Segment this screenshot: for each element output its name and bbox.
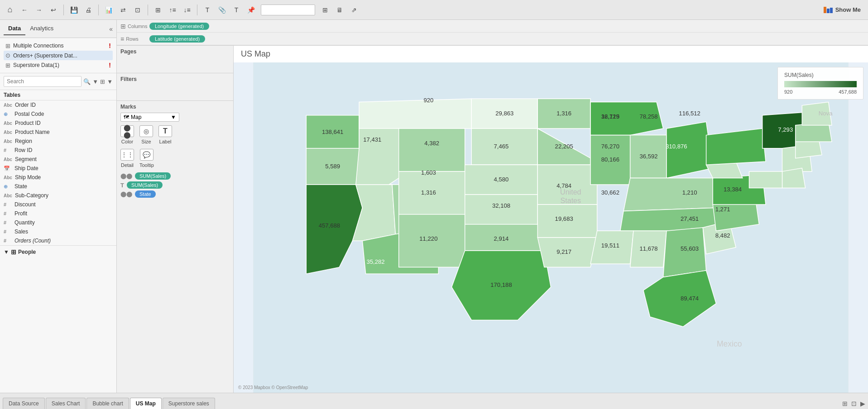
tab-superstore-sales[interactable]: Superstore sales [163,398,215,409]
rows-shelf-label: ≡ Rows [120,35,148,43]
table-options-button[interactable]: ⊞ [319,4,331,16]
map-container[interactable]: 138,641 5,589 457,688 920 17,431 4,382 1… [234,62,868,393]
field-sub-category[interactable]: Abc Sub-Category [0,191,116,200]
show-me-button[interactable]: Show Me [820,5,864,15]
present-button[interactable]: 🖥 [333,4,346,16]
rows-pill[interactable]: Latitude (generated) [149,35,205,43]
field-type-icon-row-id: # [4,147,12,153]
list-view-button[interactable]: ⊞ [100,78,105,85]
field-product-id[interactable]: Abc Product ID [0,119,116,128]
field-type-icon-sub-category: Abc [4,193,12,198]
duplicate-sheet-button[interactable]: ⊡ [851,400,857,407]
field-type-icon-product-name: Abc [4,130,12,135]
svg-text:89,474: 89,474 [681,295,699,302]
filters-section: Filters [117,73,233,101]
marks-pill-sum-sales-text[interactable]: SUM(Sales) [127,181,163,189]
field-label-product-name: Product Name [15,129,50,135]
field-segment[interactable]: Abc Segment [0,155,116,164]
field-quantity[interactable]: # Quantity [0,218,116,227]
grid-button[interactable]: ⊞ [152,4,164,16]
filters-title: Filters [120,76,230,82]
new-sheet-button[interactable]: ⊞ [842,400,848,407]
present-mode-button[interactable]: ▶ [860,400,865,407]
legend-panel: SUM(Sales) 920 457,688 [777,67,863,100]
field-region[interactable]: Abc Region [0,137,116,146]
field-ship-date[interactable]: 📅 Ship Date [0,164,116,173]
save-button[interactable]: 💾 [67,4,80,16]
tab-bubble-chart[interactable]: Bubble chart [86,398,129,409]
svg-marker-46 [782,168,806,188]
swap-button[interactable]: ⇄ [117,4,129,16]
svg-text:4,580: 4,580 [494,176,509,183]
connection-label-superstore: Superstore Data(1) [13,62,59,68]
connection-label-orders: Orders+ (Superstore Dat... [13,52,77,59]
connection-superstore[interactable]: ⊞ Superstore Data(1) ! [4,60,113,70]
bar-chart-button[interactable]: 📊 [102,4,115,16]
tooltip-mark-button[interactable]: 💬 Tooltip [139,149,154,168]
fit-button[interactable]: ⊡ [131,4,144,16]
field-order-id[interactable]: Abc Order ID [0,100,116,109]
field-profit[interactable]: # Profit [0,209,116,218]
home-button[interactable]: ⌂ [4,4,16,16]
color-mark-button[interactable]: ⬤⬤ Color [120,125,134,144]
mark-pill-icon-1: ⬤⬤ [120,173,132,179]
panel-collapse-button[interactable]: « [109,25,113,33]
field-state[interactable]: ⊕ State [0,182,116,191]
tooltip-button[interactable]: 📎 [216,4,228,16]
field-discount[interactable]: # Discount [0,200,116,209]
tab-us-map[interactable]: US Map [130,398,162,409]
center-content: ⊞ Columns Longitude (generated) ≡ Rows L… [117,20,868,393]
forward-button[interactable]: → [33,4,45,16]
bottom-tab-icons: ⊞ ⊡ ▶ [842,400,865,409]
columns-pill[interactable]: Longitude (generated) [149,23,209,30]
field-type-icon-region: Abc [4,139,12,144]
marks-pill-sum-sales-color[interactable]: SUM(Sales) [135,172,171,180]
svg-text:1,316: 1,316 [556,110,571,117]
sort-fields-button[interactable]: ▼ [107,78,113,85]
svg-text:920: 920 [423,97,433,104]
size-mark-button[interactable]: ◎ Size [139,125,153,144]
connection-orders[interactable]: ⊙ Orders+ (Superstore Dat... [4,51,113,60]
marks-pill-row-1: ⬤⬤ SUM(Sales) [120,172,230,180]
svg-text:55,603: 55,603 [681,245,699,252]
dropdown-selector[interactable] [261,5,315,15]
undo-button[interactable]: ↩ [47,4,60,16]
svg-text:1,603: 1,603 [421,169,436,176]
data-tab[interactable]: Data [4,22,25,35]
field-postal-code[interactable]: ⊕ Postal Code [0,109,116,119]
connection-multiple[interactable]: ⊞ Multiple Connections ! [4,41,113,51]
field-ship-mode[interactable]: Abc Ship Mode [0,173,116,182]
search-button[interactable]: 🔍 [83,78,91,85]
print-button[interactable]: 🖨 [82,4,95,16]
marks-section: Marks 🗺 Map ▼ ⬤⬤ Color ◎ Size [117,101,233,393]
share-button[interactable]: ⇗ [348,4,360,16]
label-mark-button[interactable]: T Label [158,125,172,144]
text-button[interactable]: T [230,4,243,16]
shelves-panel: Pages Filters Marks 🗺 Map ▼ [117,46,234,393]
columns-shelf-label: ⊞ Columns [120,23,148,30]
field-product-name[interactable]: Abc Product Name [0,128,116,137]
back-button[interactable]: ← [18,4,31,16]
detail-mark-button[interactable]: ⋮⋮ Detail [120,149,134,168]
sort-desc-button[interactable]: ↓≡ [181,4,193,16]
connections-section: ⊞ Multiple Connections ! ⊙ Orders+ (Supe… [0,38,116,73]
field-type-icon-orders-count: # [4,238,12,243]
tab-sales-chart[interactable]: Sales Chart [46,398,86,409]
marks-type-icon: 🗺 [124,114,129,120]
marks-type-selector[interactable]: 🗺 Map ▼ [120,113,179,122]
separator-3 [148,5,148,15]
field-row-id[interactable]: # Row ID [0,146,116,155]
field-sales[interactable]: # Sales [0,227,116,236]
filter-button[interactable]: ▼ [92,78,98,85]
field-orders-count[interactable]: # Orders (Count) [0,236,116,245]
field-label-orders-count: Orders (Count) [14,238,51,244]
tab-data-source[interactable]: Data Source [3,398,45,409]
people-header[interactable]: ▼ ⊞ People [4,247,113,257]
search-input[interactable] [4,76,82,87]
pin-button[interactable]: 📌 [245,4,257,16]
analytics-tab[interactable]: Analytics [25,22,58,35]
label-button[interactable]: T [201,4,214,16]
sort-asc-button[interactable]: ↑≡ [166,4,179,16]
marks-pill-state[interactable]: State [135,190,156,198]
svg-text:Nova: Nova [819,110,833,117]
